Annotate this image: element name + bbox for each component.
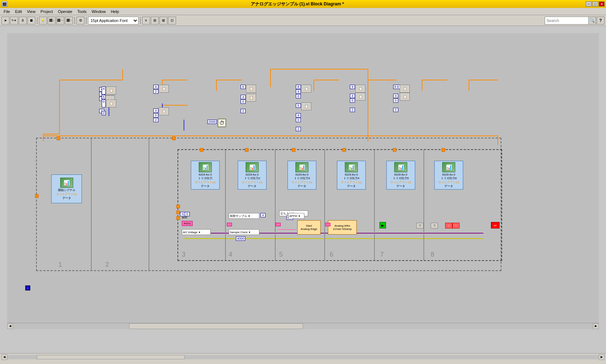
- separator3: [86, 17, 87, 24]
- app-icon: ⬛: [1, 1, 7, 7]
- hscroll-right-button[interactable]: ▶: [599, 354, 605, 360]
- limited-sample-dropdown[interactable]: 有限サンプル: [229, 213, 259, 219]
- loop-counter-indicator: i: [25, 285, 30, 290]
- scroll-thumb[interactable]: [129, 323, 303, 329]
- vi-subtext-trigger5: タイムアウト(s): [390, 180, 411, 184]
- param-icon-5: 📋: [301, 85, 311, 93]
- const-0-7: 0: [393, 98, 398, 103]
- maximize-button[interactable]: □: [592, 1, 598, 6]
- hscroll-left-button[interactable]: ◀: [1, 354, 7, 360]
- step-out-button[interactable]: ⬛↑: [65, 17, 73, 25]
- menu-file[interactable]: File: [1, 9, 12, 14]
- apfi0-dropdown[interactable]: APFI0: [288, 213, 304, 219]
- vi-block-trigger4: 6229 Ao 0 トリガ出力4 タイムアウト(s) データ: [337, 161, 366, 190]
- start-analog-edge-node: Start Analog Edge: [297, 220, 321, 235]
- const-2-2b: 2: [153, 118, 158, 122]
- minimize-button[interactable]: ─: [586, 1, 592, 6]
- const-2-7: 2: [393, 108, 398, 112]
- search-container: 🔍: [545, 17, 596, 25]
- vi-block-trigger6: 6229 Ao 0 トリガ出力6 タイムアウト(s) データ: [434, 161, 463, 190]
- help-button[interactable]: ?: [597, 17, 605, 25]
- const-4-2: 4: [153, 85, 158, 89]
- scroll-right-button[interactable]: ▶: [593, 323, 599, 329]
- sample-clock-dropdown[interactable]: Sample Clock: [229, 229, 259, 235]
- const-2-5: 2: [296, 127, 301, 131]
- analog-wfm-label2: 1Chan NSamp: [333, 227, 352, 231]
- highlight-button[interactable]: 💡: [39, 17, 47, 25]
- menu-edit[interactable]: Edit: [13, 9, 24, 14]
- menu-tools[interactable]: Tools: [75, 9, 89, 14]
- orange-sq-left3: [176, 216, 180, 220]
- pink-connector-5-6: [325, 223, 330, 226]
- orange-sq-left2: [176, 210, 180, 214]
- main-canvas[interactable]: 4 5 0 2 📋 📋 4 2 4 0 2 📋 📋 2000 ⏱ 6 4 0 2…: [0, 26, 606, 353]
- orange-sq-outer-left: [35, 194, 39, 198]
- const-4-5: 4: [296, 89, 301, 94]
- vi-icon-trigger6: [442, 162, 455, 172]
- top-group-1: 4 📋 5 0 📋 2: [102, 86, 116, 115]
- run-arrow-button[interactable]: ➤: [1, 17, 9, 25]
- error-indicator: !: [445, 223, 452, 228]
- ao-voltage-dropdown[interactable]: AO Voltage: [182, 229, 211, 235]
- separator1: [37, 17, 38, 24]
- menu-view[interactable]: View: [25, 9, 38, 14]
- divider-4-5: [275, 150, 276, 260]
- const-2-3: 2: [241, 109, 246, 113]
- vi-text-trigger1: 6229 Ao 0: [199, 173, 212, 177]
- horizontal-scrollbar[interactable]: ◀ ▶: [7, 323, 599, 329]
- section-label-7: 7: [380, 251, 384, 258]
- hscroll-track[interactable]: [7, 355, 599, 359]
- menu-operate[interactable]: Operate: [56, 9, 75, 14]
- vi-data-trigger4: データ: [347, 184, 356, 188]
- vi-text-trigger5b: トリガ出力5: [393, 177, 409, 180]
- abort-button[interactable]: ⏸: [19, 17, 27, 25]
- divider-5-6: [324, 150, 325, 260]
- orange-sq-top4: [342, 148, 346, 152]
- param-icon-6: 📋: [355, 85, 365, 93]
- vi-text-trigger1b: トリガ出力: [198, 177, 212, 180]
- hscroll-thumb[interactable]: [37, 355, 185, 359]
- run-continuously-button[interactable]: ↻➤: [10, 17, 18, 25]
- error-indicator2: !: [452, 223, 460, 228]
- vi-block-start: 開始シグナル タイムアウト(s) データ: [51, 174, 82, 203]
- analog-wfm-label: Analog Wfm: [334, 224, 350, 227]
- vi-text-trigger4b: トリガ出力4: [343, 177, 359, 180]
- search-input[interactable]: [545, 17, 588, 24]
- step-into-button[interactable]: ⬛→: [56, 17, 64, 25]
- close-button[interactable]: ✕: [599, 1, 605, 6]
- phts-connector: PHTS: [182, 221, 193, 226]
- vi-icon-start: [60, 178, 73, 188]
- scroll-left-button[interactable]: ◀: [7, 323, 13, 329]
- menu-project[interactable]: Project: [38, 9, 55, 14]
- const-4-sec4: 4: [260, 213, 265, 217]
- menu-help[interactable]: Help: [109, 9, 121, 14]
- inner-loop-frame: 3 4 5 6 7 8 6229 Ao 0 トリガ出力 タイムアウト(s): [177, 149, 502, 261]
- param-icon-2: 📋: [159, 85, 169, 93]
- distribute-button[interactable]: ⊞: [151, 17, 159, 25]
- title-bar: ⬛ アナログエッジサンプル (1).vi Block Diagram * ─ □…: [0, 0, 606, 8]
- cleanup-button[interactable]: ⚙: [76, 17, 84, 25]
- font-selector[interactable]: 15pt Application Font: [88, 17, 139, 25]
- menu-window[interactable]: Window: [89, 9, 108, 14]
- const-4-3: 4: [241, 95, 246, 99]
- toolbar: ➤ ↻➤ ⏸ ⏹ 💡 ⬛↓ ⬛→ ⬛↑ ⚙ 15pt Application F…: [0, 15, 606, 26]
- orange-sq-top1: [200, 148, 203, 152]
- vi-data-trigger5: データ: [396, 184, 405, 188]
- align-button[interactable]: ≡: [142, 17, 150, 25]
- orange-sq-top2: [245, 148, 249, 152]
- const-0-2: 0: [153, 113, 158, 117]
- vi-block-trigger5: 6229 Ao 0 トリガ出力5 タイムアウト(s) データ: [386, 161, 415, 190]
- step-over-button[interactable]: ⬛↓: [48, 17, 56, 25]
- vi-icon-trigger5: [394, 162, 407, 172]
- scroll-track[interactable]: [13, 323, 593, 329]
- pause-button[interactable]: ⏹: [27, 17, 35, 25]
- reorder-button[interactable]: ⊡: [168, 17, 176, 25]
- const-4-7: 4: [393, 94, 398, 98]
- separator4: [140, 17, 141, 24]
- separator2: [74, 17, 75, 24]
- resize-button[interactable]: ⊠: [159, 17, 167, 25]
- section-label-3: 3: [182, 251, 185, 258]
- param-icon-5b: 📋: [301, 102, 311, 110]
- const-0-3: 0: [241, 99, 246, 104]
- search-button[interactable]: 🔍: [588, 17, 596, 24]
